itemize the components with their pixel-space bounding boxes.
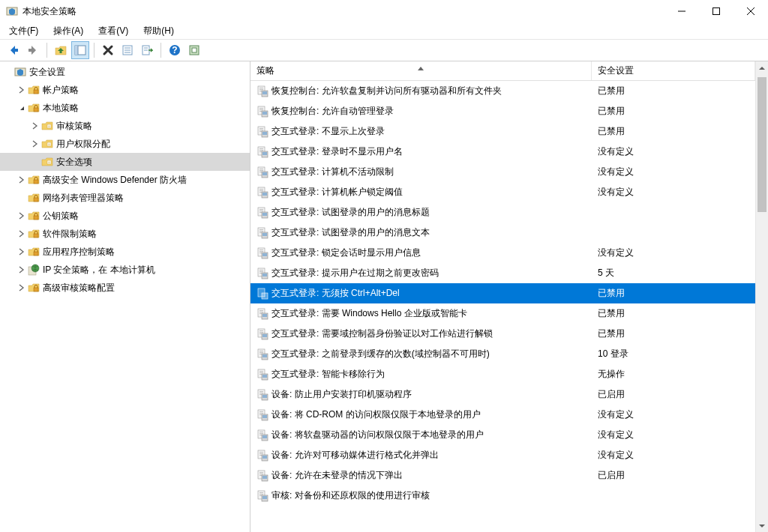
policy-item-icon — [256, 308, 268, 320]
tree-item[interactable]: 本地策略 — [0, 99, 250, 117]
app-icon — [6, 5, 18, 17]
tree-item[interactable]: 帐户策略 — [0, 81, 250, 99]
tree-item[interactable]: 安全选项 — [0, 153, 250, 171]
policy-row[interactable]: 设备: 将软盘驱动器的访问权限仅限于本地登录的用户没有定义 — [250, 425, 755, 445]
chevron-down-icon[interactable] — [16, 103, 27, 113]
policy-item-icon — [256, 288, 268, 300]
policy-row[interactable]: 交互式登录: 不显示上次登录已禁用 — [250, 121, 755, 142]
policy-setting: 没有定义 — [598, 145, 634, 158]
back-button[interactable] — [4, 41, 22, 59]
chevron-right-icon[interactable] — [16, 265, 27, 275]
chevron-right-icon[interactable] — [30, 139, 40, 149]
tree-item[interactable]: 高级安全 Windows Defender 防火墙 — [0, 171, 250, 189]
chevron-right-icon[interactable] — [16, 211, 27, 221]
chevron-right-icon[interactable] — [16, 85, 27, 95]
policy-row[interactable]: 交互式登录: 智能卡移除行为无操作 — [250, 364, 755, 384]
show-hide-tree-button[interactable] — [71, 41, 89, 59]
minimize-button[interactable] — [664, 0, 699, 22]
policy-item-icon — [256, 227, 268, 239]
policy-row[interactable]: 交互式登录: 提示用户在过期之前更改密码5 天 — [250, 263, 755, 283]
svg-rect-38 — [34, 288, 38, 291]
folder-icon — [41, 138, 53, 150]
policy-row[interactable]: 设备: 将 CD-ROM 的访问权限仅限于本地登录的用户没有定义 — [250, 405, 755, 425]
policy-row[interactable]: 交互式登录: 计算机帐户锁定阈值没有定义 — [250, 182, 755, 202]
scroll-thumb[interactable] — [758, 77, 766, 212]
chevron-right-icon[interactable] — [16, 247, 27, 257]
chevron-right-icon[interactable] — [16, 282, 27, 293]
svg-rect-100 — [262, 293, 268, 299]
policy-row[interactable]: 交互式登录: 之前登录到缓存的次数(域控制器不可用时)10 登录 — [250, 344, 755, 364]
policy-name: 交互式登录: 之前登录到缓存的次数(域控制器不可用时) — [272, 348, 490, 360]
policy-row[interactable]: 交互式登录: 计算机不活动限制没有定义 — [250, 162, 755, 182]
policy-row[interactable]: 交互式登录: 试图登录的用户的消息文本 — [250, 223, 755, 243]
tree-item[interactable]: 审核策略 — [0, 117, 250, 135]
chevron-right-icon[interactable] — [30, 121, 40, 131]
tree-item[interactable]: 用户权限分配 — [0, 135, 250, 153]
tree-root[interactable]: 安全设置 — [0, 63, 250, 81]
menu-file[interactable]: 文件(F) — [6, 23, 41, 39]
refresh-button[interactable] — [185, 41, 203, 59]
svg-rect-31 — [34, 180, 38, 184]
policy-row[interactable]: 交互式登录: 登录时不显示用户名没有定义 — [250, 142, 755, 162]
scroll-down-button[interactable] — [756, 519, 768, 532]
sort-ascending-icon — [418, 62, 424, 73]
close-button[interactable] — [734, 0, 768, 22]
svg-rect-68 — [262, 172, 267, 175]
vertical-scrollbar[interactable] — [755, 61, 768, 532]
properties-button[interactable] — [118, 41, 136, 59]
tree-item[interactable]: 公钥策略 — [0, 207, 250, 225]
policy-row[interactable]: 交互式登录: 试图登录的用户的消息标题 — [250, 202, 755, 223]
scroll-track[interactable] — [756, 74, 768, 519]
tree-item[interactable]: 网络列表管理器策略 — [0, 189, 250, 207]
column-header-setting[interactable]: 安全设置 — [592, 61, 755, 80]
policy-row[interactable]: 设备: 防止用户安装打印机驱动程序已启用 — [250, 384, 755, 405]
folder-lock-icon — [28, 192, 40, 204]
maximize-button[interactable] — [699, 0, 734, 22]
svg-rect-21 — [34, 108, 38, 112]
policy-item-icon — [256, 166, 268, 178]
up-button[interactable] — [52, 41, 70, 59]
menu-help[interactable]: 帮助(H) — [140, 23, 177, 39]
folder-icon — [41, 120, 53, 132]
policy-setting: 没有定义 — [598, 408, 634, 421]
policy-name: 交互式登录: 智能卡移除行为 — [272, 368, 385, 381]
menu-bar: 文件(F) 操作(A) 查看(V) 帮助(H) — [0, 22, 768, 39]
policy-row[interactable]: 恢复控制台: 允许软盘复制并访问所有驱动器和所有文件夹已禁用 — [250, 81, 755, 101]
scroll-up-button[interactable] — [756, 61, 768, 74]
tree-item[interactable]: 软件限制策略 — [0, 225, 250, 243]
tree-item[interactable]: IP 安全策略，在 本地计算机 — [0, 261, 250, 279]
policy-setting: 已启用 — [598, 388, 625, 401]
menu-view[interactable]: 查看(V) — [95, 23, 131, 39]
help-button[interactable]: ? — [166, 41, 184, 59]
policy-row[interactable]: 交互式登录: 锁定会话时显示用户信息没有定义 — [250, 243, 755, 263]
policy-row[interactable]: 设备: 允许在未登录的情况下弹出已启用 — [250, 465, 755, 486]
chevron-down-icon[interactable] — [3, 67, 14, 77]
policy-name: 设备: 将软盘驱动器的访问权限仅限于本地登录的用户 — [272, 429, 484, 441]
svg-rect-25 — [47, 142, 51, 146]
svg-rect-56 — [262, 132, 267, 135]
delete-button[interactable] — [99, 41, 117, 59]
chevron-right-icon[interactable] — [16, 229, 27, 239]
chevron-right-icon[interactable] — [16, 175, 27, 185]
policy-row[interactable]: 恢复控制台: 允许自动管理登录已禁用 — [250, 101, 755, 121]
forward-button[interactable] — [24, 41, 42, 59]
policy-row[interactable]: 交互式登录: 需要 Windows Hello 企业版或智能卡已禁用 — [250, 303, 755, 324]
chevron-right-icon — [16, 193, 27, 203]
navigation-tree[interactable]: 安全设置 帐户策略本地策略审核策略用户权限分配安全选项高级安全 Windows … — [0, 61, 250, 532]
policy-row[interactable]: 审核: 对备份和还原权限的使用进行审核 — [250, 486, 755, 506]
svg-rect-124 — [262, 375, 267, 378]
column-header-policy-label: 策略 — [256, 64, 274, 77]
tree-item[interactable]: 应用程序控制策略 — [0, 243, 250, 261]
menu-action[interactable]: 操作(A) — [50, 23, 86, 39]
policy-name: 恢复控制台: 允许自动管理登录 — [272, 105, 394, 118]
column-header-policy[interactable]: 策略 — [250, 61, 592, 80]
tree-item[interactable]: 高级审核策略配置 — [0, 279, 250, 297]
policy-item-icon — [256, 369, 268, 381]
policy-row[interactable]: 交互式登录: 无须按 Ctrl+Alt+Del已禁用 — [250, 283, 755, 303]
policy-row[interactable]: 交互式登录: 需要域控制器身份验证以对工作站进行解锁已禁用 — [250, 324, 755, 344]
policy-row[interactable]: 设备: 允许对可移动媒体进行格式化并弹出没有定义 — [250, 445, 755, 465]
svg-rect-80 — [262, 213, 267, 216]
policy-setting: 没有定义 — [598, 247, 634, 259]
export-list-button[interactable] — [138, 41, 156, 59]
svg-rect-2 — [713, 8, 720, 15]
